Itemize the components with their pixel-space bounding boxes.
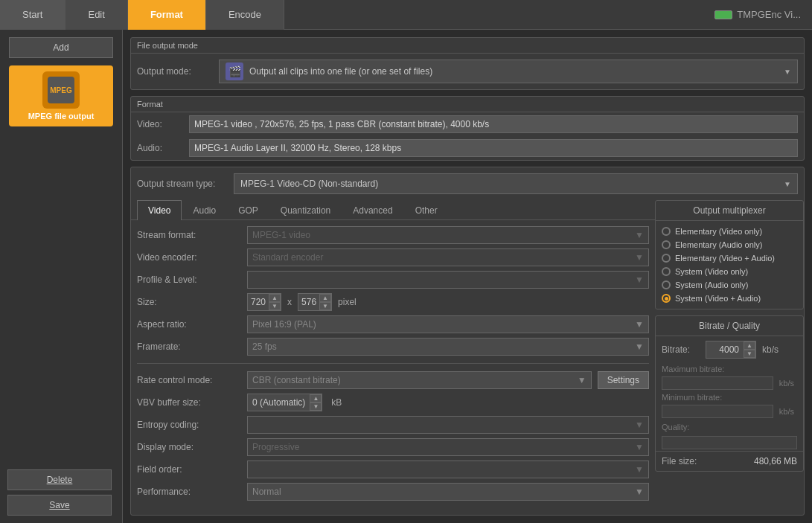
file-label: MPEG file output bbox=[28, 112, 95, 121]
tab-quantization[interactable]: Quantization bbox=[269, 200, 342, 220]
top-nav: Start Edit Format Encode TMPGEnc Vi... bbox=[0, 0, 812, 30]
filesize-row: File size: 480,66 MB bbox=[656, 451, 803, 471]
aspect-label: Aspect ratio: bbox=[137, 319, 241, 330]
rate-control-select[interactable]: CBR (constant bitrate) ▼ bbox=[247, 371, 592, 389]
file-icon-inner: MPEG bbox=[48, 77, 74, 103]
radio-elem_both[interactable]: Elementary (Video + Audio) bbox=[662, 254, 797, 263]
vbv-spinner[interactable]: ▲ ▼ bbox=[310, 394, 322, 411]
radio-circle-elem_both bbox=[662, 254, 671, 263]
width-spinner[interactable]: ▲ ▼ bbox=[269, 294, 281, 310]
bitrate-title: Bitrate / Quality bbox=[656, 316, 803, 336]
radio-circle-sys_video bbox=[662, 267, 671, 276]
vbv-unit: kB bbox=[328, 397, 345, 408]
radio-label-sys_audio: System (Audio only) bbox=[675, 280, 748, 289]
filesize-label: File size: bbox=[662, 456, 697, 466]
start-button[interactable]: Start bbox=[0, 0, 65, 30]
width-input[interactable]: 720 ▲ ▼ bbox=[247, 293, 281, 311]
add-button[interactable]: Add bbox=[9, 37, 113, 58]
display-mode-label: Display mode: bbox=[137, 442, 241, 452]
radio-elem_audio[interactable]: Elementary (Audio only) bbox=[662, 240, 797, 249]
bitrate-row: Bitrate: 4000 ▲ ▼ kb/s bbox=[656, 336, 803, 363]
bitrate-label: Bitrate: bbox=[662, 344, 703, 355]
tab-video[interactable]: Video bbox=[137, 200, 182, 220]
audio-format-value: MPEG-1 Audio Layer II, 32000 Hz, Stereo,… bbox=[189, 139, 798, 157]
format-button[interactable]: Format bbox=[128, 0, 206, 30]
delete-button[interactable]: Delete bbox=[7, 469, 112, 490]
app-title: TMPGEnc Vi... bbox=[715, 9, 812, 20]
bitrate-unit: kb/s bbox=[759, 344, 781, 355]
encode-button[interactable]: Encode bbox=[206, 0, 284, 30]
tab-audio[interactable]: Audio bbox=[182, 200, 227, 220]
bitrate-down-button[interactable]: ▼ bbox=[744, 350, 755, 358]
framerate-row: Framerate: 25 fps ▼ bbox=[137, 338, 649, 356]
video-format-label: Video: bbox=[137, 119, 182, 129]
settings-button[interactable]: Settings bbox=[598, 371, 649, 389]
field-order-row: Field order: ▼ bbox=[137, 461, 649, 478]
main-layout: Add MPEG MPEG file output Delete Save Fi… bbox=[0, 30, 812, 523]
vbv-up-button[interactable]: ▲ bbox=[310, 394, 322, 402]
output-mode-icon: 🎬 bbox=[226, 62, 243, 80]
vbv-input[interactable]: 0 (Automatic) ▲ ▼ bbox=[247, 394, 322, 411]
edit-button[interactable]: Edit bbox=[65, 0, 127, 30]
save-button[interactable]: Save bbox=[7, 495, 112, 516]
output-mode-title: File output mode bbox=[131, 38, 804, 54]
stream-type-label: Output stream type: bbox=[137, 179, 226, 189]
performance-select[interactable]: Normal ▼ bbox=[247, 483, 649, 501]
entropy-row: Entropy coding: ▼ bbox=[137, 416, 649, 434]
max-bitrate-control-row: kb/s bbox=[656, 375, 803, 391]
radio-circle-elem_audio bbox=[662, 240, 671, 249]
max-bitrate-label: Maximum bitrate: bbox=[662, 365, 729, 373]
height-down-button[interactable]: ▼ bbox=[319, 302, 331, 310]
radio-sys_both[interactable]: System (Video + Audio) bbox=[662, 294, 797, 303]
file-item[interactable]: MPEG MPEG file output bbox=[9, 65, 113, 126]
bitrate-value: 4000 bbox=[706, 344, 744, 355]
framerate-select[interactable]: 25 fps ▼ bbox=[247, 338, 649, 356]
height-spinner[interactable]: ▲ ▼ bbox=[319, 294, 331, 310]
entropy-control: ▼ bbox=[247, 416, 649, 434]
width-up-button[interactable]: ▲ bbox=[269, 294, 281, 302]
stream-type-arrow-icon: ▼ bbox=[784, 180, 791, 188]
vbv-label: VBV buffer size: bbox=[137, 397, 241, 408]
size-unit: pixel bbox=[335, 297, 359, 307]
radio-sys_audio[interactable]: System (Audio only) bbox=[662, 280, 797, 289]
tabs-area: VideoAudioGOPQuantizationAdvancedOther S… bbox=[131, 200, 655, 515]
tabs-row: VideoAudioGOPQuantizationAdvancedOther bbox=[131, 200, 655, 220]
left-panel: Add MPEG MPEG file output Delete Save bbox=[0, 30, 123, 523]
bitrate-input[interactable]: 4000 ▲ ▼ bbox=[706, 341, 756, 359]
field-order-control: ▼ bbox=[247, 461, 649, 478]
vbv-down-button[interactable]: ▼ bbox=[310, 402, 322, 411]
tab-other[interactable]: Other bbox=[404, 200, 449, 220]
height-up-button[interactable]: ▲ bbox=[319, 294, 331, 302]
radio-sys_video[interactable]: System (Video only) bbox=[662, 267, 797, 276]
bitrate-section: Bitrate / Quality Bitrate: 4000 ▲ ▼ kb/s bbox=[655, 315, 804, 472]
radio-circle-sys_both bbox=[662, 294, 671, 303]
size-x-separator: x bbox=[284, 297, 295, 307]
min-bitrate-slider bbox=[662, 405, 773, 418]
output-mode-select[interactable]: 🎬 Output all clips into one file (or one… bbox=[219, 60, 798, 83]
radio-circle-elem_video bbox=[662, 227, 671, 236]
aspect-select[interactable]: Pixel 16:9 (PAL) ▼ bbox=[247, 315, 649, 333]
quality-row: Quality: bbox=[656, 420, 803, 434]
bitrate-up-button[interactable]: ▲ bbox=[744, 341, 755, 350]
framerate-label: Framerate: bbox=[137, 341, 241, 352]
tab-advanced[interactable]: Advanced bbox=[342, 200, 403, 220]
radio-elem_video[interactable]: Elementary (Video only) bbox=[662, 227, 797, 236]
performance-arrow-icon: ▼ bbox=[635, 487, 644, 497]
size-row: Size: 720 ▲ ▼ x bbox=[137, 293, 649, 311]
width-down-button[interactable]: ▼ bbox=[269, 302, 281, 310]
height-input[interactable]: 576 ▲ ▼ bbox=[298, 293, 332, 311]
tab-gop[interactable]: GOP bbox=[227, 200, 269, 220]
stream-type-select[interactable]: MPEG-1 Video-CD (Non-standard) ▼ bbox=[234, 173, 798, 194]
profile-row: Profile & Level: ▼ bbox=[137, 271, 649, 289]
radio-circle-sys_audio bbox=[662, 280, 671, 289]
min-bitrate-label: Minimum bitrate: bbox=[662, 393, 729, 402]
profile-label: Profile & Level: bbox=[137, 275, 241, 285]
tab-content: Stream format: MPEG-1 video ▼ Video enco… bbox=[131, 220, 655, 515]
bitrate-spinner[interactable]: ▲ ▼ bbox=[744, 341, 755, 358]
max-bitrate-slider bbox=[662, 376, 773, 390]
multiplexer-section: Output multiplexer Elementary (Video onl… bbox=[655, 200, 804, 309]
multiplexer-title: Output multiplexer bbox=[656, 201, 803, 221]
radio-label-elem_video: Elementary (Video only) bbox=[675, 227, 762, 236]
radio-dot-sys_both bbox=[665, 297, 668, 301]
audio-format-label: Audio: bbox=[137, 143, 182, 153]
